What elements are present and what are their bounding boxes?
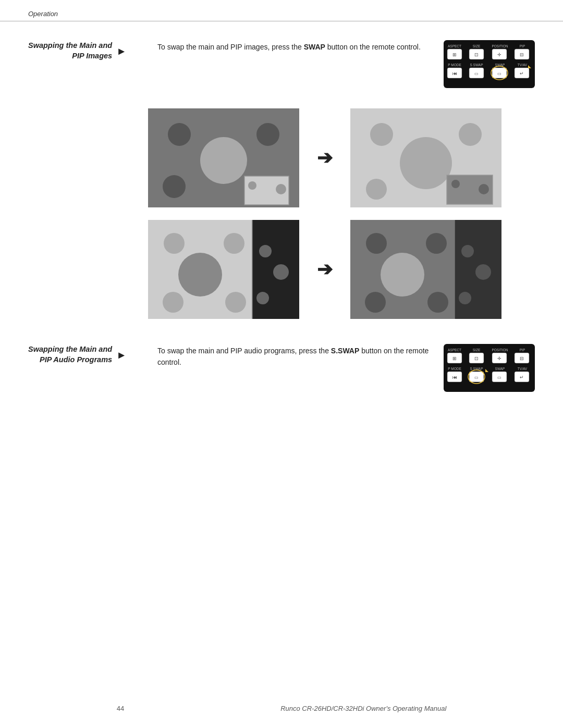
svg-text:S SWAP: S SWAP bbox=[470, 63, 483, 67]
svg-point-65 bbox=[459, 292, 471, 304]
section1-label: Swapping the Main and PIP Images ► bbox=[28, 40, 148, 61]
svg-text:⊡: ⊡ bbox=[474, 52, 479, 57]
diagram-after-1 bbox=[350, 108, 501, 207]
svg-text:↵: ↵ bbox=[520, 71, 524, 76]
svg-point-50 bbox=[163, 292, 183, 313]
diagrams-area-1: ➔ bbox=[28, 108, 535, 319]
manual-title: Runco CR-26HD/CR-32HDi Owner's Operating… bbox=[280, 705, 446, 712]
svg-point-53 bbox=[273, 264, 289, 280]
diagram-before-2 bbox=[148, 220, 299, 319]
main-content: Swapping the Main and PIP Images ► To sw… bbox=[0, 40, 563, 393]
svg-text:▭: ▭ bbox=[474, 375, 479, 380]
svg-point-43 bbox=[451, 180, 460, 188]
svg-text:ASPECT: ASPECT bbox=[448, 348, 461, 352]
remote-svg-1: ASPECT SIZE POSITION PIP ⊞ ⊡ ✛ ⊟ P MODE bbox=[444, 40, 535, 88]
svg-point-34 bbox=[248, 181, 256, 190]
page-number: 44 bbox=[117, 705, 124, 712]
svg-text:SIZE: SIZE bbox=[473, 348, 481, 352]
remote-svg-2: ASPECT SIZE POSITION PIP ⊞ ⊡ ✛ ⊟ P MODE … bbox=[444, 344, 535, 392]
svg-text:TV/AV: TV/AV bbox=[518, 367, 528, 371]
section2-label: Swapping the Main and PIP Audio Programs… bbox=[28, 344, 148, 365]
svg-point-62 bbox=[427, 292, 448, 313]
svg-text:POSITION: POSITION bbox=[492, 348, 508, 352]
svg-point-44 bbox=[479, 184, 489, 194]
svg-point-60 bbox=[381, 253, 424, 297]
svg-point-49 bbox=[178, 253, 222, 297]
svg-point-40 bbox=[366, 179, 387, 200]
svg-point-63 bbox=[461, 245, 474, 257]
section-label: Operation bbox=[28, 10, 58, 18]
svg-point-30 bbox=[200, 137, 247, 184]
section1-title: Swapping the Main and PIP Images bbox=[28, 40, 112, 61]
section-pip-images: Swapping the Main and PIP Images ► To sw… bbox=[28, 40, 535, 90]
svg-text:⊞: ⊞ bbox=[452, 356, 457, 361]
section2-body: To swap the main and PIP audio programs,… bbox=[157, 344, 535, 393]
section-pip-audio: Swapping the Main and PIP Audio Programs… bbox=[28, 344, 535, 393]
section1-desc: To swap the main and PIP images, press t… bbox=[157, 40, 434, 53]
svg-point-48 bbox=[224, 233, 244, 254]
svg-point-59 bbox=[426, 233, 447, 254]
svg-point-51 bbox=[225, 292, 246, 313]
svg-text:▭: ▭ bbox=[474, 71, 479, 76]
page-header: Operation bbox=[0, 0, 563, 21]
svg-point-47 bbox=[164, 233, 185, 254]
svg-text:↵: ↵ bbox=[520, 375, 524, 380]
svg-text:POSITION: POSITION bbox=[492, 44, 508, 48]
arrow-right-2: ➔ bbox=[317, 258, 333, 280]
svg-text:▭: ▭ bbox=[497, 71, 501, 76]
svg-text:⊟: ⊟ bbox=[520, 52, 524, 57]
svg-text:▭: ▭ bbox=[497, 375, 501, 380]
diagram-after-2 bbox=[350, 220, 501, 319]
svg-text:SWAP: SWAP bbox=[495, 367, 505, 371]
svg-point-39 bbox=[400, 137, 452, 189]
remote-graphic-1: ASPECT SIZE POSITION PIP ⊞ ⊡ ✛ ⊟ P MODE bbox=[444, 40, 535, 90]
page-footer: 44 Runco CR-26HD/CR-32HDi Owner's Operat… bbox=[0, 705, 563, 712]
section2-title: Swapping the Main and PIP Audio Programs bbox=[28, 344, 112, 365]
section2-desc: To swap the main and PIP audio programs,… bbox=[157, 344, 434, 368]
diagram-row-2: ➔ bbox=[148, 220, 501, 319]
remote-graphic-2: ASPECT SIZE POSITION PIP ⊞ ⊡ ✛ ⊟ P MODE … bbox=[444, 344, 535, 393]
section2-arrow-icon: ► bbox=[116, 349, 127, 361]
svg-text:⊟: ⊟ bbox=[520, 356, 524, 361]
svg-text:ASPECT: ASPECT bbox=[448, 44, 461, 48]
svg-text:✛: ✛ bbox=[497, 356, 501, 361]
svg-point-38 bbox=[459, 123, 482, 146]
svg-text:SIZE: SIZE bbox=[473, 44, 481, 48]
svg-point-64 bbox=[475, 264, 491, 280]
svg-text:⏮: ⏮ bbox=[452, 375, 457, 380]
svg-point-58 bbox=[366, 233, 387, 254]
svg-point-29 bbox=[256, 123, 279, 146]
svg-text:⊡: ⊡ bbox=[474, 356, 479, 361]
section1-arrow-icon: ► bbox=[116, 45, 127, 57]
svg-point-28 bbox=[168, 123, 191, 146]
svg-text:P MODE: P MODE bbox=[448, 63, 461, 67]
arrow-right-1: ➔ bbox=[317, 147, 333, 169]
svg-text:P MODE: P MODE bbox=[448, 367, 461, 371]
svg-point-61 bbox=[365, 292, 386, 313]
svg-point-35 bbox=[276, 184, 286, 194]
svg-text:TV/AV: TV/AV bbox=[518, 63, 528, 67]
svg-text:PIP: PIP bbox=[520, 44, 525, 48]
section1-body: To swap the main and PIP images, press t… bbox=[157, 40, 535, 90]
svg-point-37 bbox=[370, 123, 393, 146]
diagram-row-1: ➔ bbox=[148, 108, 501, 207]
svg-point-31 bbox=[163, 175, 186, 198]
svg-text:✛: ✛ bbox=[497, 52, 501, 57]
svg-text:⏮: ⏮ bbox=[452, 71, 457, 76]
svg-text:PIP: PIP bbox=[520, 348, 525, 352]
svg-point-52 bbox=[259, 245, 272, 257]
svg-point-54 bbox=[256, 292, 269, 304]
svg-text:⊞: ⊞ bbox=[452, 52, 457, 57]
diagram-before-1 bbox=[148, 108, 299, 207]
